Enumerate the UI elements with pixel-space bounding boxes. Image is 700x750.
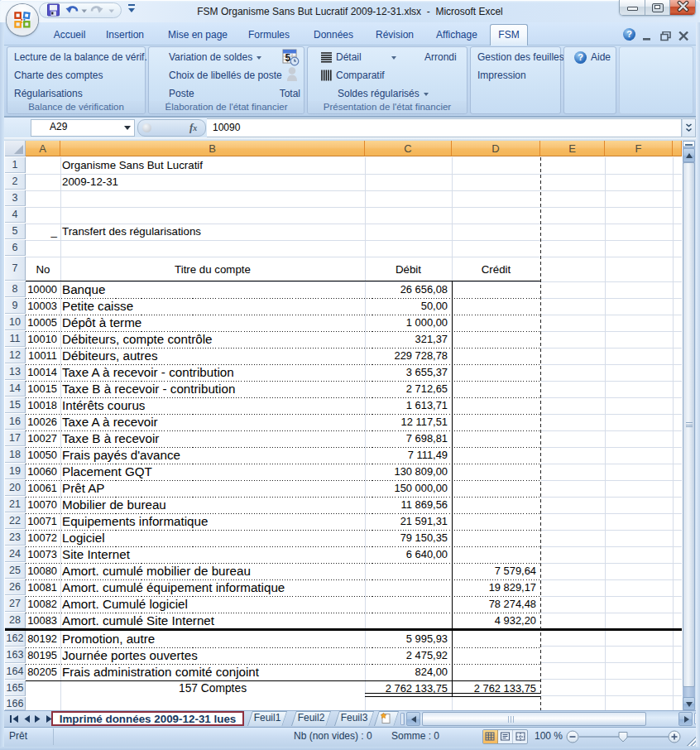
svg-text:5: 5 — [285, 52, 291, 64]
